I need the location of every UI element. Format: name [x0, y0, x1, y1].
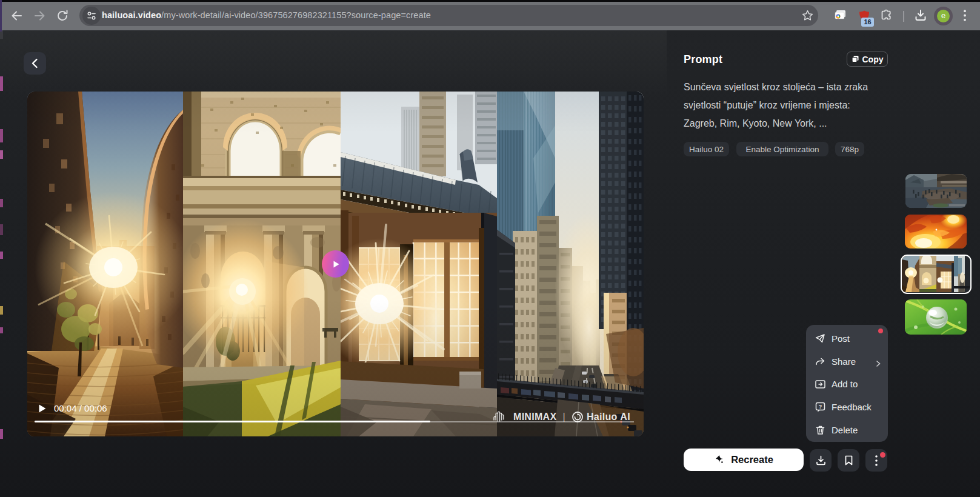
svg-text:?: ? [819, 404, 822, 410]
